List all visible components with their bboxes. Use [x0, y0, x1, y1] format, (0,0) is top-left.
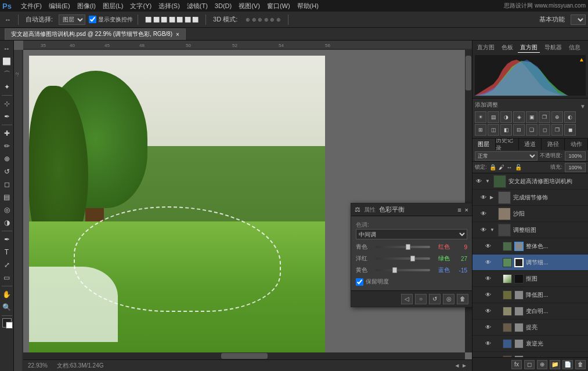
layer-visibility-toggle[interactable]: 👁: [484, 242, 492, 250]
tab-histogram1[interactable]: 直方图: [475, 43, 497, 53]
healing-tool[interactable]: ✚: [1, 128, 13, 139]
adj-vibrance[interactable]: ▣: [526, 111, 538, 123]
layer-visibility-toggle[interactable]: 👁: [479, 210, 488, 218]
adj-threshold[interactable]: ◧: [500, 124, 512, 136]
tab-histogram2[interactable]: 直方图: [518, 43, 540, 53]
tab-actions[interactable]: 动作: [565, 139, 588, 150]
scrollbar-h-thumb[interactable]: [221, 353, 268, 359]
menu-filter[interactable]: 滤镜(T): [187, 2, 208, 10]
preserve-luminosity-checkbox[interactable]: [356, 278, 363, 286]
adj-invert[interactable]: ❑: [526, 124, 538, 136]
move-tool[interactable]: ↔: [1, 43, 13, 54]
foreground-color[interactable]: [2, 318, 12, 328]
magenta-green-thumb[interactable]: [410, 256, 415, 261]
tab-history[interactable]: 历史记录: [496, 139, 519, 150]
cb-prev-btn[interactable]: ◁: [401, 294, 413, 304]
show-transform-checkbox[interactable]: [89, 16, 96, 23]
layer-visibility-toggle[interactable]: 👁: [484, 307, 492, 315]
adj-photo-filter[interactable]: ◐: [564, 111, 576, 123]
tab-info[interactable]: 信息: [567, 43, 583, 53]
layer-row[interactable]: 👁 抠图: [472, 271, 588, 287]
layer-row[interactable]: 👁 衰逆光: [472, 336, 588, 352]
fill-input[interactable]: [565, 163, 586, 172]
layer-visibility-toggle[interactable]: 👁: [484, 323, 492, 332]
adj-hsl[interactable]: ❐: [539, 111, 550, 123]
layer-visibility-toggle[interactable]: 👁: [479, 194, 488, 202]
lock-all[interactable]: 🔓: [515, 164, 522, 170]
yellow-blue-slider[interactable]: [376, 269, 430, 271]
menu-window[interactable]: 窗口(W): [267, 2, 290, 10]
adj-posterize[interactable]: ⊟: [513, 124, 525, 136]
color-balance-header[interactable]: ⚖ 属性 色彩平衡 ≡ ×: [351, 203, 472, 216]
pen-tool[interactable]: ✒: [1, 234, 13, 245]
add-layer-style-btn[interactable]: fx: [511, 360, 522, 369]
tab-close[interactable]: ×: [176, 31, 179, 38]
cb-reset-btn[interactable]: ↺: [429, 294, 441, 304]
blur-tool[interactable]: ◎: [1, 204, 13, 216]
cb-delete-btn[interactable]: 🗑: [457, 294, 468, 304]
adj-exposure[interactable]: ◈: [513, 111, 525, 123]
layer-row[interactable]: 👁 调整树...: [472, 352, 588, 357]
magic-wand-tool[interactable]: ✦: [1, 81, 13, 93]
adj-gradient-map[interactable]: ⊞: [475, 124, 486, 136]
layer-row[interactable]: 👁 整体色...: [472, 238, 588, 254]
adj-solid-color[interactable]: ◻: [539, 124, 550, 136]
zoom-tool[interactable]: 🔍: [1, 301, 13, 313]
adj-pattern[interactable]: ❒: [551, 124, 563, 136]
add-mask-btn[interactable]: ◻: [524, 360, 535, 369]
menu-3d[interactable]: 3D(D): [215, 2, 232, 9]
lock-image[interactable]: 🖌: [499, 164, 504, 170]
shape-tool[interactable]: ▭: [1, 272, 13, 283]
layer-row[interactable]: 👁 ▼ 安文超高清修图培训机构: [472, 173, 588, 190]
menu-select[interactable]: 选择(S): [158, 2, 180, 10]
gradient-tool[interactable]: ▤: [1, 191, 13, 203]
layer-row[interactable]: 👁 沙阳: [472, 206, 588, 222]
document-tab[interactable]: 安文超高清修图培训机构.psd @ 22.9% (调节细节色彩, RGB/8) …: [5, 28, 186, 40]
layer-visibility-toggle[interactable]: 👁: [484, 340, 492, 348]
path-tool[interactable]: ⤢: [1, 259, 13, 271]
add-group-btn[interactable]: 📁: [550, 360, 560, 369]
layer-visibility-toggle[interactable]: 👁: [484, 291, 492, 299]
magenta-green-slider[interactable]: [376, 257, 430, 260]
dodge-tool[interactable]: ◑: [1, 217, 13, 228]
cb-menu-icon[interactable]: ≡: [457, 206, 461, 213]
eyedropper-tool[interactable]: ✒: [1, 111, 13, 122]
tab-layers[interactable]: 图层: [472, 139, 496, 150]
tab-paths[interactable]: 路径: [542, 139, 565, 150]
adjustments-expand[interactable]: ▼: [580, 103, 586, 110]
lasso-tool[interactable]: ⌒: [1, 68, 13, 80]
layer-expand-arrow[interactable]: ▼: [485, 179, 491, 184]
lock-transparency[interactable]: 🔒: [489, 164, 496, 170]
new-layer-btn[interactable]: 📄: [562, 360, 573, 369]
workspace-dropdown[interactable]: [571, 14, 586, 25]
menu-edit[interactable]: 编辑(E): [49, 2, 70, 10]
opacity-input[interactable]: [565, 151, 586, 161]
blend-mode-select[interactable]: 正常: [475, 151, 538, 161]
menu-help[interactable]: 帮助(H): [297, 2, 319, 10]
color-tone-select[interactable]: 中间调: [356, 229, 467, 239]
menu-text[interactable]: 文字(Y): [130, 2, 151, 10]
layer-row[interactable]: 👁 变白明...: [472, 303, 588, 319]
layer-visibility-toggle[interactable]: 👁: [484, 275, 492, 283]
hand-tool[interactable]: ✋: [1, 289, 13, 300]
horizontal-scrollbar[interactable]: [23, 352, 465, 359]
move-tool-icon[interactable]: ↔: [2, 15, 13, 24]
cyan-red-thumb[interactable]: [406, 244, 410, 250]
menu-image[interactable]: 图像(I): [77, 2, 96, 10]
nav-arrows[interactable]: ◄ ►: [454, 362, 467, 369]
tab-color[interactable]: 色板: [499, 43, 515, 53]
layer-row[interactable]: 👁 降低图...: [472, 287, 588, 303]
clone-tool[interactable]: ⊕: [1, 153, 13, 165]
tab-channels[interactable]: 通道: [519, 139, 542, 150]
delete-layer-btn[interactable]: 🗑: [575, 360, 586, 369]
crop-tool[interactable]: ⊹: [1, 98, 13, 110]
tab-navigator[interactable]: 导航器: [542, 43, 564, 53]
adj-selective-color[interactable]: ◫: [488, 124, 499, 136]
type-tool[interactable]: T: [1, 246, 13, 258]
layer-row[interactable]: 👁 调节细...: [472, 254, 588, 271]
layer-visibility-toggle[interactable]: 👁: [479, 226, 488, 234]
adj-levels[interactable]: ▤: [488, 111, 499, 123]
menu-file[interactable]: 文件(F): [21, 2, 42, 10]
layer-expand-arrow[interactable]: ▼: [490, 227, 496, 232]
cb-visibility-btn[interactable]: ◎: [443, 294, 454, 304]
